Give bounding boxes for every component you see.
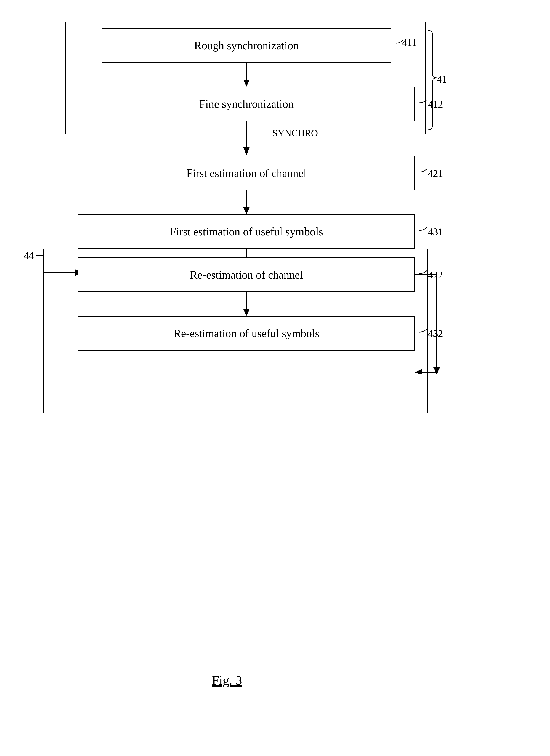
synchro-label: SYNCHRO — [273, 128, 318, 139]
rough-sync-label: Rough synchronization — [194, 39, 299, 52]
arrow-rough-to-fine — [240, 63, 253, 87]
svg-marker-3 — [243, 147, 250, 155]
ref-431-line — [415, 224, 432, 237]
diagram-container: SYNCHRO 41 Rough synchronization 411 Fin… — [17, 13, 533, 727]
first-symbols-label: First estimation of useful symbols — [170, 225, 323, 238]
ref-41-line — [419, 26, 445, 134]
first-channel-label: First estimation of channel — [186, 167, 306, 180]
ref-412-line — [415, 96, 432, 109]
svg-marker-11 — [243, 309, 250, 316]
svg-marker-17 — [433, 367, 440, 374]
svg-marker-5 — [243, 207, 250, 214]
svg-marker-1 — [243, 80, 250, 87]
re-symbols-label: Re-estimation of useful symbols — [174, 327, 319, 340]
fine-sync-box: Fine synchronization — [78, 87, 415, 121]
arrow-rechannel-to-resymbols — [240, 292, 253, 316]
re-channel-label: Re-estimation of channel — [190, 269, 303, 281]
output-arrow — [415, 344, 454, 374]
fine-sync-label: Fine synchronization — [199, 98, 294, 110]
ref-411-line — [391, 35, 409, 52]
ref-421-line — [415, 166, 432, 179]
re-symbols-box: Re-estimation of useful symbols — [78, 316, 415, 351]
figure-caption: Fig. 3 — [212, 673, 242, 688]
first-channel-box: First estimation of channel — [78, 156, 415, 190]
arrow-first-channel-to-symbols — [240, 190, 253, 214]
first-symbols-box: First estimation of useful symbols — [78, 214, 415, 249]
ref-44-line — [31, 251, 47, 260]
arrow-fine-to-first-channel — [240, 121, 253, 156]
rough-sync-box: Rough synchronization — [102, 28, 391, 63]
re-channel-box: Re-estimation of channel — [78, 257, 415, 292]
